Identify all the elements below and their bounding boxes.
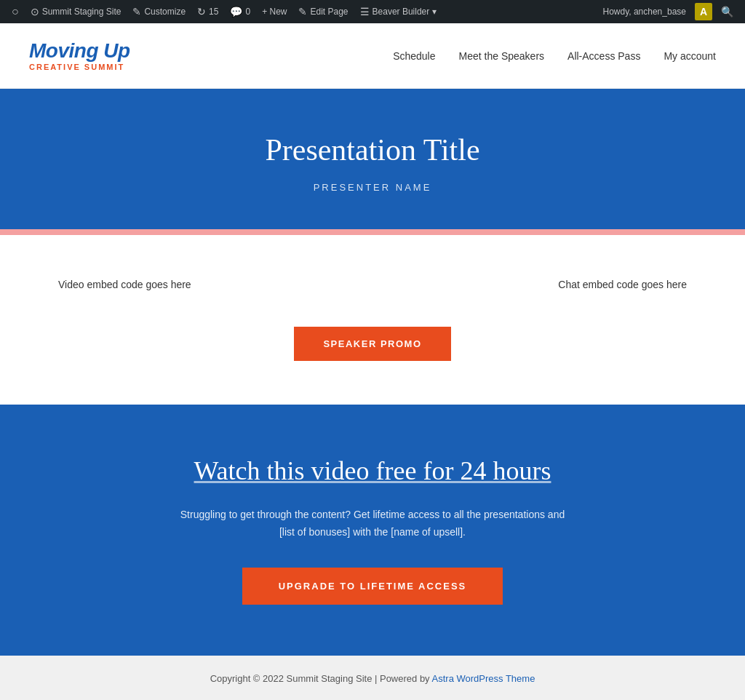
admin-staging-site[interactable]: ⊙ Summit Staging Site	[25, 0, 127, 23]
admin-beaver-builder[interactable]: ☰ Beaver Builder ▾	[354, 0, 442, 23]
updates-count: 15	[209, 7, 218, 17]
customize-label: Customize	[144, 7, 186, 17]
presenter-name: Presenter Name	[29, 182, 716, 193]
howdy-text: Howdy, anchen_base	[597, 7, 692, 17]
admin-wp-logo[interactable]: ○	[6, 0, 25, 23]
nav-account[interactable]: My account	[664, 50, 716, 62]
presentation-title: Presentation Title	[29, 132, 716, 167]
content-section: Video embed code goes here Chat embed co…	[0, 235, 745, 405]
edit-page-label: Edit Page	[310, 7, 348, 17]
staging-site-icon: ⊙	[31, 6, 39, 17]
admin-bar: ○ ⊙ Summit Staging Site ✎ Customize ↻ 15…	[0, 0, 745, 23]
admin-comments[interactable]: 💬 0	[224, 0, 256, 23]
cta-title: Watch this video free for 24 hours	[29, 456, 716, 486]
staging-site-label: Summit Staging Site	[42, 7, 121, 17]
beaver-icon: ☰	[360, 6, 370, 17]
nav-schedule[interactable]: Schedule	[393, 50, 435, 62]
speaker-promo-button[interactable]: SPEAKER PROMO	[294, 327, 450, 361]
search-icon[interactable]: 🔍	[715, 6, 739, 17]
footer-link[interactable]: Astra WordPress Theme	[432, 673, 535, 684]
comments-count: 0	[245, 7, 250, 17]
embed-row: Video embed code goes here Chat embed co…	[58, 279, 687, 290]
beaver-label: Beaver Builder ▾	[372, 7, 437, 17]
logo-main-text: Moving Up	[29, 40, 130, 63]
customize-icon: ✎	[132, 6, 141, 17]
admin-customize[interactable]: ✎ Customize	[127, 0, 191, 23]
hero-section: Presentation Title Presenter Name	[0, 89, 745, 229]
avatar: A	[695, 3, 712, 20]
chat-embed-placeholder: Chat embed code goes here	[558, 279, 687, 290]
updates-icon: ↻	[197, 6, 206, 17]
logo-sub-text: Creative Summit	[29, 63, 130, 71]
site-nav: Schedule Meet the Speakers All-Access Pa…	[393, 50, 716, 62]
cta-body: Struggling to get through the content? G…	[176, 506, 569, 541]
cta-section: Watch this video free for 24 hours Strug…	[0, 405, 745, 656]
pink-divider	[0, 229, 745, 235]
nav-speakers[interactable]: Meet the Speakers	[459, 50, 545, 62]
site-logo[interactable]: Moving Up Creative Summit	[29, 40, 130, 71]
edit-page-icon: ✎	[298, 6, 307, 17]
video-embed-placeholder: Video embed code goes here	[58, 279, 191, 290]
site-footer: Copyright © 2022 Summit Staging Site | P…	[0, 656, 745, 700]
site-header: Moving Up Creative Summit Schedule Meet …	[0, 23, 745, 89]
admin-edit-page[interactable]: ✎ Edit Page	[292, 0, 354, 23]
admin-bar-right: Howdy, anchen_base A 🔍	[597, 3, 739, 20]
footer-text: Copyright © 2022 Summit Staging Site | P…	[210, 673, 432, 684]
speaker-promo-wrap: SPEAKER PROMO	[58, 327, 687, 361]
new-label: + New	[262, 7, 287, 17]
nav-all-access[interactable]: All-Access Pass	[567, 50, 640, 62]
comments-icon: 💬	[230, 6, 242, 17]
admin-new[interactable]: + New	[256, 0, 292, 23]
admin-updates[interactable]: ↻ 15	[191, 0, 224, 23]
upgrade-button[interactable]: UPGRADE TO LIFETIME ACCESS	[242, 568, 503, 605]
